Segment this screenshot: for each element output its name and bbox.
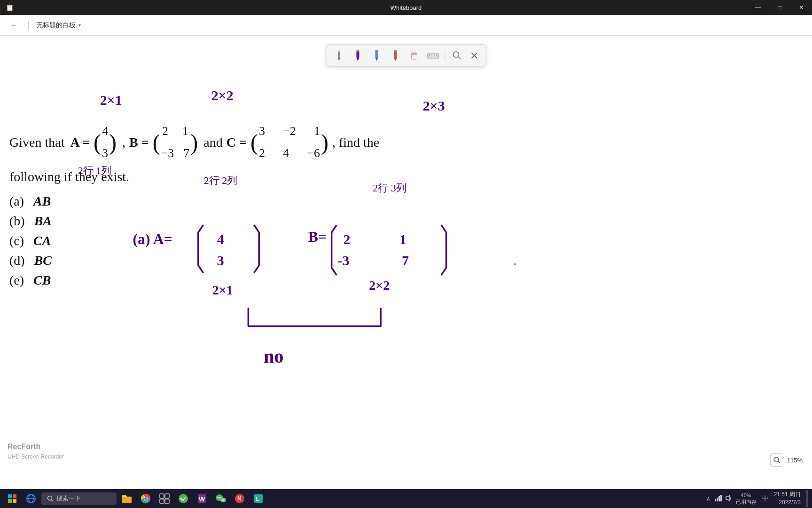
search-tool[interactable] [449, 48, 465, 64]
tray-icons [714, 494, 732, 503]
wechat-button[interactable] [212, 490, 229, 507]
ruler-tool[interactable] [425, 48, 441, 64]
divider [28, 21, 29, 30]
svg-marker-1 [338, 58, 340, 61]
show-hidden-icons[interactable]: ∧ [706, 495, 710, 502]
svg-rect-11 [394, 50, 397, 52]
svg-rect-13 [412, 53, 417, 55]
svg-rect-0 [338, 51, 340, 58]
title-bar-controls: — □ ✕ [747, 0, 812, 15]
svg-rect-76 [720, 495, 722, 501]
svg-point-64 [218, 497, 219, 499]
svg-point-68 [223, 500, 224, 500]
given-text: Given that [9, 135, 64, 150]
svg-rect-3 [357, 51, 359, 58]
and-text: and [203, 135, 222, 150]
canvas-area[interactable]: 2×1 2×2 2×3 2行 1列 2行 2列 2行 3列 (a) A= [0, 36, 812, 489]
clock-time: 21:51 周日 [774, 491, 801, 499]
clock-display[interactable]: 21:51 周日 2022/7/3 [774, 491, 801, 507]
office-app-button[interactable]: W [194, 490, 211, 507]
matrix-b-paren-right: ) [190, 134, 198, 151]
svg-point-50 [48, 496, 52, 500]
part-c: (c)CA [9, 233, 559, 248]
show-desktop-button[interactable] [806, 490, 808, 507]
watermark: RecForth UHD Screen Recorder [8, 441, 64, 461]
zoom-level: 115% [787, 457, 803, 464]
menu-bar: ← 无标题的白板 ▾ [0, 15, 812, 36]
svg-rect-59 [165, 499, 169, 503]
matrix-b-label: B = [129, 135, 149, 150]
pencil-tool[interactable] [331, 48, 347, 64]
red-app-button[interactable]: N [231, 490, 248, 507]
maximize-button[interactable]: □ [769, 0, 790, 15]
board-title-button[interactable]: 无标题的白板 ▾ [36, 21, 81, 30]
floating-toolbar [326, 44, 486, 67]
svg-rect-74 [717, 498, 718, 501]
svg-text:N: N [237, 495, 242, 502]
chrome-button[interactable] [137, 490, 154, 507]
svg-rect-2 [338, 50, 340, 52]
matrix-b-paren-left: ( [153, 134, 160, 151]
volume-icon[interactable] [725, 494, 732, 503]
minimize-button[interactable]: — [747, 0, 769, 15]
svg-rect-73 [715, 499, 716, 501]
svg-point-65 [219, 497, 221, 499]
svg-rect-8 [375, 50, 378, 52]
svg-point-67 [221, 500, 222, 500]
other-app-button[interactable]: L [250, 490, 267, 507]
svg-marker-10 [394, 58, 397, 61]
clock-date: 2022/7/3 [774, 499, 801, 507]
svg-line-21 [459, 57, 461, 59]
matrix-b-values: 21 −37 [161, 120, 190, 165]
svg-rect-56 [160, 494, 164, 498]
title-bar-title: Whiteboard [390, 4, 422, 11]
task-view-button[interactable] [156, 490, 173, 507]
following-text: following if they exist. [9, 169, 559, 184]
matrix-c-paren-left: ( [250, 134, 258, 151]
svg-point-60 [179, 494, 188, 503]
search-box[interactable]: 搜索一下 [41, 492, 117, 505]
watermark-brand: RecForth [8, 441, 64, 452]
marker-red-tool[interactable] [388, 48, 404, 64]
green-app-button[interactable] [175, 490, 192, 507]
file-manager-button[interactable] [118, 490, 135, 507]
svg-rect-5 [357, 50, 359, 52]
close-button[interactable]: ✕ [790, 0, 812, 15]
svg-point-20 [453, 52, 459, 57]
ie-button[interactable] [23, 490, 39, 507]
parts-list: (a)AB (b)BA (c)CA (d)BC (e)CB [9, 194, 559, 288]
svg-rect-75 [718, 496, 720, 501]
svg-rect-43 [8, 494, 12, 498]
network-icon[interactable] [714, 494, 722, 503]
svg-rect-58 [160, 499, 164, 503]
start-button[interactable] [4, 490, 21, 507]
app-icon: 📋 [6, 4, 14, 11]
zoom-control: 115% [770, 453, 803, 467]
svg-line-51 [52, 500, 54, 502]
marker-blue-tool[interactable] [369, 48, 385, 64]
svg-rect-57 [165, 494, 169, 498]
watermark-subtitle: UHD Screen Recorder [8, 452, 64, 461]
svg-marker-7 [375, 58, 378, 61]
zoom-icon[interactable] [770, 453, 783, 467]
matrix-c-label: C = [226, 135, 247, 150]
problem-container: Given that A = ( 4 3 ) , B = ( 21 −37 ) … [0, 83, 564, 293]
matrix-a-paren-right: ) [109, 134, 117, 151]
search-placeholder: 搜索一下 [56, 494, 81, 503]
svg-rect-52 [122, 497, 132, 503]
problem-statement: Given that A = ( 4 3 ) , B = ( 21 −37 ) … [9, 120, 559, 165]
back-button[interactable]: ← [8, 19, 21, 32]
marker-purple-tool[interactable] [350, 48, 366, 64]
memory-label: 已用内存 [736, 499, 757, 505]
matrix-a-paren-left: ( [94, 134, 101, 151]
eraser-tool[interactable] [406, 48, 422, 64]
svg-rect-44 [13, 494, 16, 498]
matrix-c-paren-right: ) [321, 134, 328, 151]
svg-text:W: W [199, 495, 205, 503]
memory-value: 40% [736, 492, 757, 499]
svg-point-41 [774, 457, 779, 462]
svg-text:L: L [256, 495, 259, 502]
matrix-a-label: A = [70, 135, 90, 150]
toolbar-close-button[interactable] [468, 49, 481, 62]
language-indicator[interactable]: 中 [760, 494, 770, 503]
